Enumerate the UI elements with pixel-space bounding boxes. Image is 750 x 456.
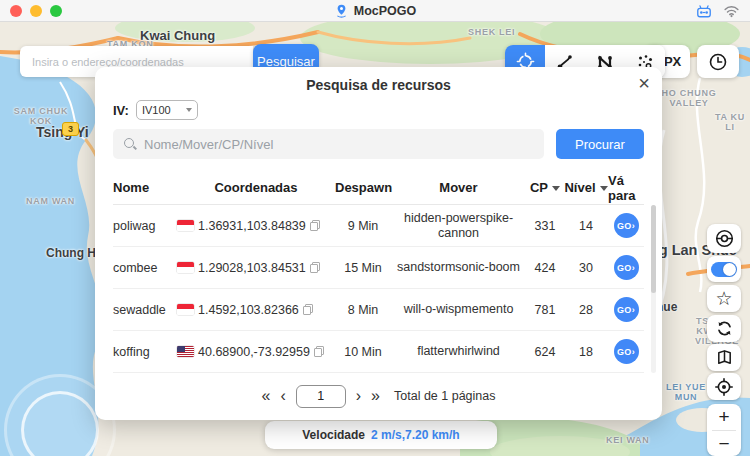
search-icon (123, 137, 137, 151)
table-header-row: Nome Coordenadas Despawn Mover CP Nível … (113, 171, 644, 205)
move-name: flatterwhirlwind (391, 344, 526, 359)
header-nome: Nome (113, 180, 177, 195)
despawn-time: 10 Min (335, 345, 391, 359)
cp-value: 781 (526, 303, 564, 317)
despawn-time: 9 Min (335, 219, 391, 233)
pokemon-radar-button[interactable] (707, 224, 741, 253)
titlebar: MocPOGO (0, 0, 750, 22)
move-name: hidden-powerspike-cannon (391, 211, 526, 241)
map-style-button[interactable] (707, 344, 741, 371)
despawn-time: 8 Min (335, 303, 391, 317)
resource-search-input[interactable] (144, 137, 534, 152)
go-button[interactable]: GO› (614, 297, 639, 322)
country-flag-icon (177, 304, 194, 315)
modal-close-button[interactable]: × (638, 71, 650, 95)
zoom-controls: + − (707, 404, 741, 456)
coordinates-value: 1.36931,103.84839 (198, 219, 306, 233)
locate-icon (714, 377, 734, 397)
cp-value: 424 (526, 261, 564, 275)
map-label-shek-lei: SHEK LEI (468, 27, 515, 37)
copy-icon[interactable] (310, 262, 320, 273)
mocpogo-window: Kwai Chung TAM KON SHEK LEI SAM CHUK KOK… (0, 0, 750, 456)
level-value: 30 (564, 261, 608, 275)
header-va-para: Vá para (608, 173, 644, 203)
iv-filter-row: IV: IV100 (113, 100, 198, 120)
map-label-ta-ku-ling: TA KU LI (710, 112, 750, 132)
pagination-total: Total de 1 páginas (394, 389, 495, 403)
level-value: 14 (564, 219, 608, 233)
coordinates-value: 1.4592,103.82366 (198, 303, 299, 317)
sort-desc-icon (552, 186, 560, 191)
copy-icon[interactable] (303, 304, 313, 315)
next-page-button[interactable]: › (356, 388, 361, 404)
despawn-time: 15 Min (335, 261, 391, 275)
procurar-button[interactable]: Procurar (556, 129, 644, 159)
copy-icon[interactable] (314, 346, 324, 357)
header-nivel-sort[interactable]: Nível (564, 180, 608, 195)
map-book-icon (715, 348, 734, 367)
map-label-kei-wan: KEI WAN (606, 435, 650, 445)
prev-page-button[interactable]: ‹ (280, 388, 285, 404)
go-button[interactable]: GO› (614, 255, 639, 280)
iv-select[interactable]: IV100 (136, 100, 198, 120)
refresh-icon (715, 319, 734, 338)
level-value: 18 (564, 345, 608, 359)
pokemon-name: poliwag (113, 219, 177, 233)
coordinates-value: 1.29028,103.84531 (198, 261, 306, 275)
speed-panel: Velocidade 2 m/s,7.20 km/h (265, 421, 497, 449)
history-clock-icon (708, 52, 728, 72)
modal-title: Pesquisa de recursos (95, 77, 662, 93)
controller-icon[interactable] (695, 3, 713, 19)
app-title: MocPOGO (354, 4, 417, 18)
favorites-button[interactable]: ☆ (707, 285, 741, 312)
country-flag-icon (177, 262, 194, 273)
refresh-button[interactable] (707, 315, 741, 342)
move-name: sandstormsonic-boom (391, 260, 526, 275)
first-page-button[interactable]: « (262, 388, 271, 404)
cp-value: 331 (526, 219, 564, 233)
zoom-in-button[interactable]: + (707, 404, 741, 430)
page-number-input[interactable]: 1 (296, 385, 346, 408)
table-row: koffing 40.68900,-73.92959 10 Min flatte… (113, 331, 644, 373)
sort-desc-icon (600, 186, 608, 191)
wifi-icon[interactable] (723, 4, 740, 18)
table-row: poliwag 1.36931,103.84839 9 Min hidden-p… (113, 205, 644, 247)
header-despawn: Despawn (335, 180, 391, 195)
history-button[interactable] (697, 45, 739, 78)
route-shield-3: 3 (62, 122, 79, 136)
zoom-out-button[interactable]: − (707, 431, 741, 456)
pokemon-name: combee (113, 261, 177, 275)
joystick-knob-ring[interactable] (21, 391, 99, 456)
modal-search-field (113, 129, 544, 159)
copy-icon[interactable] (310, 220, 320, 231)
table-row: combee 1.29028,103.84531 15 Min sandstor… (113, 247, 644, 289)
pagination: « ‹ 1 › » Total de 1 páginas (95, 381, 662, 411)
iv-select-value: IV100 (142, 104, 171, 116)
modal-search-row: Procurar (113, 129, 644, 159)
coordinates-value: 40.68900,-73.92959 (198, 345, 310, 359)
table-scrollbar-thumb[interactable] (651, 205, 656, 293)
table-scrollbar[interactable] (651, 205, 656, 373)
header-cp-sort[interactable]: CP (526, 180, 564, 195)
table-body: poliwag 1.36931,103.84839 9 Min hidden-p… (113, 205, 644, 373)
toggle-on-icon (711, 262, 737, 277)
header-mover: Mover (391, 180, 526, 196)
locate-me-button[interactable] (707, 373, 741, 400)
speed-label: Velocidade (302, 428, 365, 442)
chevron-down-icon (186, 108, 192, 112)
iv-label: IV: (113, 103, 129, 118)
pokemon-name: sewaddle (113, 303, 177, 317)
last-page-button[interactable]: » (371, 388, 380, 404)
speed-value: 2 m/s,7.20 km/h (371, 428, 460, 442)
level-value: 28 (564, 303, 608, 317)
map-label-nam-wan: NAM WAN (26, 196, 75, 206)
country-flag-icon (177, 346, 194, 357)
go-button[interactable]: GO› (614, 213, 639, 238)
star-icon: ☆ (715, 289, 732, 308)
table-row: sewaddle 1.4592,103.82366 8 Min will-o-w… (113, 289, 644, 331)
go-button[interactable]: GO› (614, 339, 639, 364)
move-name: will-o-wispmemento (391, 302, 526, 317)
header-coordenadas: Coordenadas (177, 180, 335, 195)
pokemon-name: koffing (113, 345, 177, 359)
overlay-toggle[interactable] (707, 256, 741, 282)
